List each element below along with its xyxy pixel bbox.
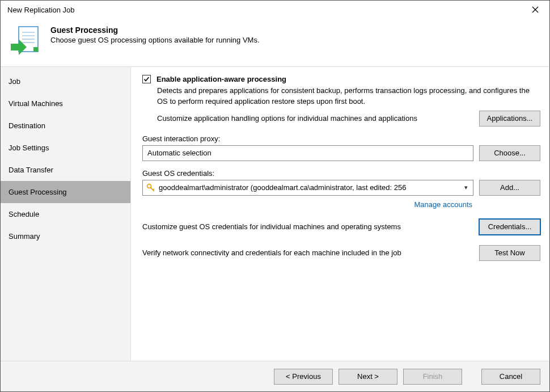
proxy-row: Automatic selection Choose... (142, 145, 540, 161)
sidebar-item-label: Job Settings (9, 144, 49, 152)
sidebar-item-job-settings[interactable]: Job Settings (1, 137, 130, 159)
enable-aap-checkbox[interactable] (142, 75, 151, 83)
guest-processing-icon (11, 26, 39, 57)
close-icon (532, 6, 539, 13)
sidebar-item-data-transfer[interactable]: Data Transfer (1, 159, 130, 181)
enable-aap-description: Detects and prepares applications for co… (157, 86, 540, 107)
sidebar-item-label: Data Transfer (9, 166, 53, 174)
page-title: Guest Processing (50, 26, 260, 35)
svg-point-9 (147, 184, 151, 188)
window-title: New Replication Job (7, 6, 75, 14)
check-icon (143, 76, 150, 82)
svg-line-11 (153, 189, 154, 190)
choose-proxy-button[interactable]: Choose... (479, 145, 540, 161)
dialog-window: New Replication Job Guest Processing Cho… (0, 0, 550, 392)
body: Job Virtual Machines Destination Job Set… (1, 66, 549, 361)
next-button[interactable]: Next > (339, 369, 397, 385)
header-text: Guest Processing Choose guest OS process… (50, 26, 260, 44)
sidebar-item-guest-processing[interactable]: Guest Processing (1, 181, 130, 203)
previous-button[interactable]: < Previous (274, 369, 333, 385)
add-creds-button[interactable]: Add... (479, 180, 540, 196)
creds-value: gooddealmart\administrator (gooddealmart… (159, 183, 458, 192)
chevron-down-icon: ▾ (462, 184, 471, 191)
sidebar-item-destination[interactable]: Destination (1, 115, 130, 137)
sidebar-item-schedule[interactable]: Schedule (1, 203, 130, 225)
sidebar-item-job[interactable]: Job (1, 70, 130, 92)
sidebar-item-label: Virtual Machines (9, 99, 63, 108)
sidebar: Job Virtual Machines Destination Job Set… (1, 67, 131, 361)
svg-rect-7 (33, 47, 38, 52)
sidebar-item-label: Summary (9, 232, 40, 241)
sidebar-item-label: Destination (9, 121, 45, 130)
customize-apps-text: Customize application handling options f… (157, 114, 473, 123)
sidebar-item-label: Guest Processing (9, 188, 67, 196)
sidebar-item-label: Schedule (9, 210, 39, 218)
key-icon (146, 183, 155, 192)
titlebar: New Replication Job (1, 1, 549, 19)
customize-apps-row: Customize application handling options f… (157, 111, 540, 127)
proxy-label: Guest interaction proxy: (142, 134, 540, 143)
manage-accounts-link[interactable]: Manage accounts (142, 200, 472, 209)
credentials-button[interactable]: Credentials... (479, 219, 540, 235)
customize-creds-text: Customize guest OS credentials for indiv… (142, 222, 472, 231)
header: Guest Processing Choose guest OS process… (1, 19, 549, 66)
creds-label: Guest OS credentials: (142, 169, 540, 178)
footer: < Previous Next > Finish Cancel (1, 361, 549, 391)
customize-creds-row: Customize guest OS credentials for indiv… (142, 219, 540, 235)
page-subtitle: Choose guest OS processing options avail… (50, 36, 260, 44)
verify-text: Verify network connectivity and credenti… (142, 248, 472, 257)
finish-button[interactable]: Finish (403, 369, 462, 385)
cancel-button[interactable]: Cancel (481, 369, 540, 385)
enable-aap-label: Enable application-aware processing (156, 75, 286, 83)
sidebar-item-label: Job (9, 77, 20, 86)
proxy-value: Automatic selection (147, 149, 211, 157)
creds-row: gooddealmart\administrator (gooddealmart… (142, 180, 540, 196)
close-button[interactable] (523, 2, 547, 18)
applications-button[interactable]: Applications... (479, 111, 540, 127)
enable-aap-row: Enable application-aware processing (142, 75, 540, 83)
sidebar-item-summary[interactable]: Summary (1, 225, 130, 247)
test-now-button[interactable]: Test Now (479, 245, 540, 261)
creds-select[interactable]: gooddealmart\administrator (gooddealmart… (142, 180, 473, 196)
main-panel: Enable application-aware processing Dete… (131, 67, 549, 361)
sidebar-item-virtual-machines[interactable]: Virtual Machines (1, 92, 130, 115)
proxy-input[interactable]: Automatic selection (142, 145, 473, 161)
verify-row: Verify network connectivity and credenti… (142, 245, 540, 261)
